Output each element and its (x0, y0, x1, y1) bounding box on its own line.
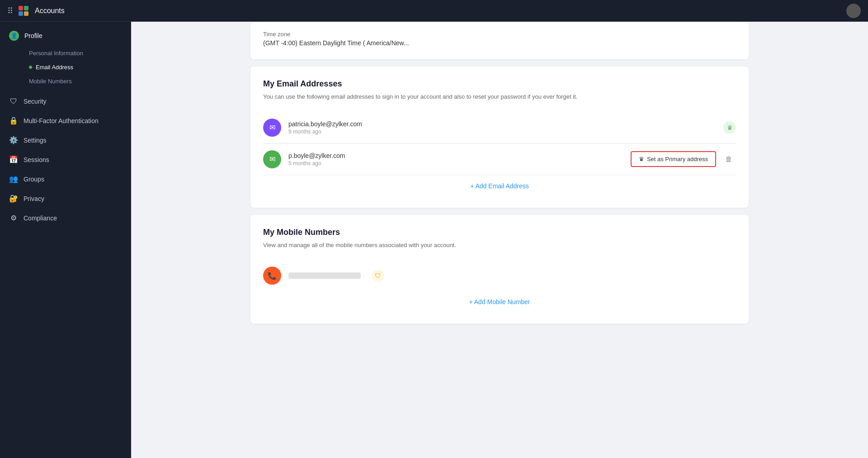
email-row-secondary: ✉ p.boyle@zylker.com 5 months ago ♛ Set … (263, 144, 736, 175)
sidebar-profile-label: Profile (24, 32, 42, 39)
email-section-title: My Email Addresses (263, 79, 736, 89)
phone-row: 📞 🛡 (263, 260, 736, 291)
add-mobile-label: + Add Mobile Number (469, 298, 530, 305)
email-time-1: 9 months ago (288, 129, 716, 135)
email-time-2: 5 months ago (288, 160, 623, 167)
email-section-desc: You can use the following email addresse… (263, 92, 736, 101)
sidebar-profile-subitems: Personal Information Email Address Mobil… (0, 46, 131, 92)
add-email-link[interactable]: + Add Email Address (263, 175, 736, 197)
settings-label: Settings (24, 137, 47, 144)
add-mobile-link[interactable]: + Add Mobile Number (263, 291, 736, 313)
main-content: Time zone (GMT -4:00) Eastern Daylight T… (131, 0, 868, 458)
sessions-label: Sessions (24, 156, 49, 163)
timezone-label: Time zone (263, 31, 736, 38)
phone-number-blurred (288, 272, 361, 279)
sidebar-item-sessions[interactable]: 📅 Sessions (0, 150, 131, 169)
email-address-1: patricia.boyle@zylker.com (288, 120, 716, 128)
mobile-section-desc: View and manage all of the mobile number… (263, 241, 736, 250)
privacy-icon: 🔐 (9, 194, 18, 203)
shield-icon: 🛡 (375, 272, 381, 279)
email-info-1: patricia.boyle@zylker.com 9 months ago (288, 120, 716, 135)
timezone-value: (GMT -4:00) Eastern Daylight Time ( Amer… (263, 39, 736, 47)
app-title: Accounts (35, 7, 65, 15)
envelope-icon-2: ✉ (269, 155, 275, 163)
trash-icon: 🗑 (725, 155, 732, 163)
sidebar: 👤 Profile Personal Information Email Add… (0, 0, 131, 458)
delete-email-button[interactable]: 🗑 (722, 153, 736, 165)
groups-icon: 👥 (9, 175, 18, 183)
sidebar-item-profile[interactable]: 👤 Profile (0, 25, 131, 46)
mfa-label: Multi-Factor Authentication (24, 117, 99, 124)
email-row-primary: ✉ patricia.boyle@zylker.com 9 months ago… (263, 112, 736, 143)
sidebar-item-compliance[interactable]: ⚙ Compliance (0, 208, 131, 228)
security-label: Security (24, 98, 47, 105)
sidebar-subitem-personal-info[interactable]: Personal Information (24, 46, 131, 60)
shield-badge: 🛡 (372, 269, 384, 282)
mobile-section-title: My Mobile Numbers (263, 228, 736, 237)
email-actions-2: ♛ Set as Primary address 🗑 (631, 151, 736, 167)
profile-icon: 👤 (9, 31, 19, 41)
add-email-label: + Add Email Address (470, 182, 529, 190)
timezone-card: Time zone (GMT -4:00) Eastern Daylight T… (250, 22, 749, 59)
email-avatar-2: ✉ (263, 150, 281, 168)
email-address-2: p.boyle@zylker.com (288, 152, 623, 159)
email-avatar-1: ✉ (263, 119, 281, 137)
sidebar-subitem-mobile-numbers[interactable]: Mobile Numbers (24, 74, 131, 88)
set-primary-button[interactable]: ♛ Set as Primary address (631, 151, 716, 167)
mobile-numbers-label: Mobile Numbers (29, 78, 72, 85)
grid-icon[interactable]: ⠿ (7, 6, 13, 16)
active-dot (29, 66, 32, 69)
crown-icon-btn: ♛ (639, 156, 644, 162)
crown-icon: ♛ (727, 124, 733, 131)
envelope-icon-1: ✉ (269, 123, 275, 132)
sidebar-item-mfa[interactable]: 🔒 Multi-Factor Authentication (0, 111, 131, 130)
user-avatar[interactable] (846, 4, 861, 18)
sidebar-profile-section: 👤 Profile Personal Information Email Add… (0, 22, 131, 231)
groups-label: Groups (24, 176, 44, 183)
email-addresses-card: My Email Addresses You can use the follo… (250, 67, 749, 208)
email-address-label: Email Address (36, 64, 73, 71)
mobile-numbers-card: My Mobile Numbers View and manage all of… (250, 215, 749, 324)
app-logo: Accounts (19, 6, 65, 16)
sidebar-item-security[interactable]: 🛡 Security (0, 92, 131, 111)
phone-avatar: 📞 (263, 267, 281, 285)
mfa-icon: 🔒 (9, 116, 18, 125)
sidebar-item-privacy[interactable]: 🔐 Privacy (0, 189, 131, 208)
email-info-2: p.boyle@zylker.com 5 months ago (288, 152, 623, 167)
compliance-icon: ⚙ (9, 214, 18, 222)
phone-icon: 📞 (268, 272, 277, 280)
sidebar-subitem-email-address[interactable]: Email Address (24, 60, 131, 74)
sessions-icon: 📅 (9, 155, 18, 164)
privacy-label: Privacy (24, 195, 44, 202)
settings-icon: ⚙️ (9, 136, 18, 144)
sidebar-item-settings[interactable]: ⚙️ Settings (0, 130, 131, 150)
set-primary-label: Set as Primary address (647, 156, 708, 162)
sidebar-item-groups[interactable]: 👥 Groups (0, 169, 131, 189)
compliance-label: Compliance (24, 215, 57, 222)
email-actions-1: ♛ (723, 121, 736, 134)
security-icon: 🛡 (9, 97, 18, 105)
crown-badge-primary: ♛ (723, 121, 736, 134)
personal-info-label: Personal Information (29, 50, 83, 57)
topbar: ⠿ Accounts (0, 0, 868, 22)
